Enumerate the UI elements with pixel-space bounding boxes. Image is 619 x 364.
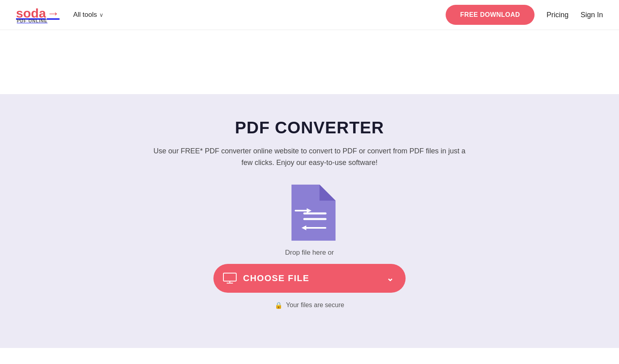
- pricing-link[interactable]: Pricing: [547, 11, 569, 19]
- header-right: FREE DOWNLOAD Pricing Sign In: [446, 5, 603, 25]
- drop-text: Drop file here or: [285, 249, 334, 257]
- free-download-label: FREE DOWNLOAD: [460, 11, 520, 18]
- main-content: PDF CONVERTER Use our FREE* PDF converte…: [0, 94, 619, 348]
- all-tools-label: All tools: [73, 11, 97, 19]
- logo-arrow: →: [47, 7, 60, 20]
- header-left: soda → PDF ONLINE All tools ∨: [16, 7, 105, 23]
- page-title: PDF CONVERTER: [235, 118, 384, 137]
- logo[interactable]: soda → PDF ONLINE: [16, 7, 60, 23]
- lock-icon: 🔒: [275, 302, 283, 309]
- svg-rect-6: [223, 273, 236, 281]
- logo-sub: PDF ONLINE: [16, 19, 60, 23]
- chevron-down-icon: ⌄: [386, 273, 394, 284]
- chevron-down-icon: ∨: [99, 12, 103, 18]
- secure-label: Your files are secure: [286, 302, 344, 309]
- logo-text: soda: [16, 7, 46, 20]
- choose-file-button[interactable]: CHOOSE FILE ⌄: [213, 264, 406, 293]
- secure-text: 🔒 Your files are secure: [275, 302, 344, 309]
- logo-brand: soda →: [16, 7, 60, 20]
- free-download-button[interactable]: FREE DOWNLOAD: [446, 5, 535, 25]
- monitor-icon: [223, 273, 237, 284]
- choose-file-left: CHOOSE FILE: [223, 273, 310, 284]
- pdf-converter-icon: [283, 185, 336, 241]
- hero-white-space: [0, 30, 619, 94]
- choose-file-label: CHOOSE FILE: [243, 273, 310, 284]
- all-tools-button[interactable]: All tools ∨: [72, 8, 105, 22]
- page-subtitle: Use our FREE* PDF converter online websi…: [153, 145, 466, 169]
- sign-in-link[interactable]: Sign In: [581, 11, 603, 19]
- header: soda → PDF ONLINE All tools ∨ FREE DOWNL…: [0, 0, 619, 30]
